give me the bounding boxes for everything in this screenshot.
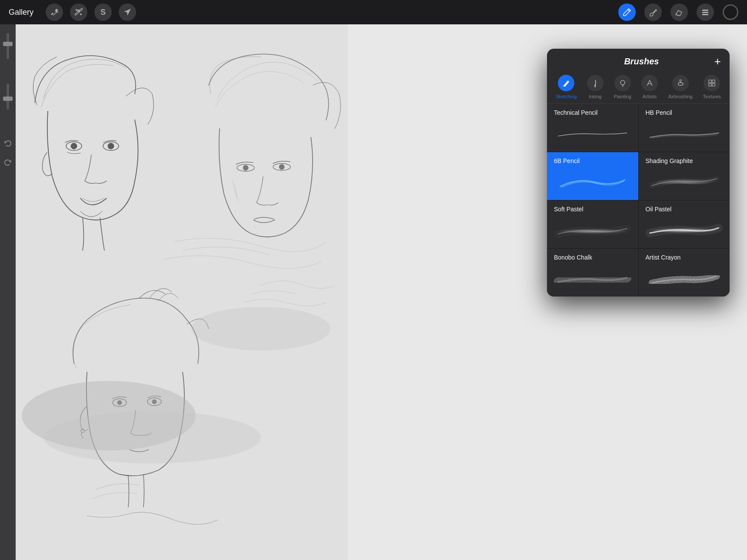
toolbar-right	[618, 3, 738, 21]
svg-point-20	[43, 411, 261, 463]
brush-hb-pencil-label: HB Pencil	[646, 109, 723, 116]
brush-bonobo-chalk[interactable]: Bonobo Chalk	[547, 249, 638, 297]
panel-header: Brushes +	[547, 49, 730, 70]
svg-rect-28	[712, 83, 715, 86]
textures-label: Textures	[703, 94, 721, 99]
gallery-button[interactable]: Gallery	[9, 8, 33, 17]
brush-6b-pencil-preview	[554, 168, 631, 194]
textures-icon	[704, 75, 720, 91]
brush-oil-pastel[interactable]: Oil Pastel	[639, 200, 730, 248]
painting-icon	[614, 75, 631, 91]
brush-artist-crayon-preview	[646, 264, 723, 290]
canvas-area[interactable]: Brushes + Sketching	[0, 24, 747, 560]
brush-bonobo-chalk-preview	[554, 264, 631, 290]
smudge-tool-button[interactable]: S	[94, 3, 112, 21]
svg-rect-27	[709, 83, 711, 86]
svg-point-22	[620, 80, 625, 85]
magic-tool-button[interactable]	[70, 3, 87, 21]
svg-rect-4	[702, 14, 708, 15]
brush-technical-pencil-label: Technical Pencil	[554, 109, 631, 116]
brush-6b-pencil[interactable]: 6B Pencil	[547, 152, 638, 200]
svg-point-0	[76, 9, 77, 11]
brush-grid: Technical Pencil HB Pencil	[547, 104, 730, 297]
toolbar-left: Gallery S	[9, 3, 618, 21]
svg-rect-23	[678, 83, 683, 85]
brush-technical-pencil[interactable]: Technical Pencil	[547, 104, 638, 152]
panel-add-button[interactable]: +	[714, 56, 721, 67]
brush-soft-pastel-preview	[554, 216, 631, 242]
brushes-panel: Brushes + Sketching	[547, 49, 730, 297]
svg-point-7	[71, 143, 77, 149]
brush-hb-pencil[interactable]: HB Pencil	[639, 104, 730, 152]
brush-oil-pastel-label: Oil Pastel	[646, 206, 723, 213]
sketching-label: Sketching	[556, 94, 577, 99]
svg-point-1	[80, 13, 82, 15]
left-sidebar	[0, 24, 16, 560]
category-tabs: Sketching Inking	[547, 70, 730, 104]
brush-soft-pastel[interactable]: Soft Pastel	[547, 200, 638, 248]
brush-technical-pencil-preview	[554, 120, 631, 146]
brush-oil-pastel-preview	[646, 216, 723, 242]
color-picker[interactable]	[723, 4, 738, 20]
brush-shading-graphite[interactable]: Shading Graphite	[639, 152, 730, 200]
dart-tool-button[interactable]	[119, 3, 136, 21]
brush-bonobo-chalk-label: Bonobo Chalk	[554, 254, 631, 261]
panel-title: Brushes	[569, 57, 714, 67]
brush-soft-pastel-label: Soft Pastel	[554, 206, 631, 213]
tab-sketching[interactable]: Sketching	[551, 72, 581, 103]
tab-painting[interactable]: Painting	[610, 72, 636, 103]
svg-rect-2	[702, 10, 708, 11]
svg-point-9	[108, 143, 114, 149]
brush-hb-pencil-preview	[646, 120, 723, 146]
svg-rect-25	[709, 80, 711, 83]
airbrushing-icon	[672, 75, 689, 91]
inking-icon	[587, 75, 604, 91]
tab-airbrushing[interactable]: Airbrushing	[664, 72, 697, 103]
eraser-tool-button[interactable]	[670, 3, 688, 21]
brush-shading-graphite-label: Shading Graphite	[646, 157, 723, 164]
undo-button[interactable]	[2, 137, 14, 150]
size-slider[interactable]	[7, 33, 9, 59]
artistic-icon	[641, 75, 658, 91]
brush-shading-graphite-preview	[646, 168, 723, 194]
airbrushing-label: Airbrushing	[668, 94, 693, 99]
svg-point-13	[279, 164, 284, 170]
tab-artistic[interactable]: Artistic	[637, 72, 662, 103]
opacity-slider[interactable]	[7, 83, 9, 110]
brush-tool-button[interactable]	[644, 3, 662, 21]
svg-rect-5	[0, 24, 348, 560]
sketch-artwork	[0, 24, 348, 560]
toolbar: Gallery S	[0, 0, 747, 24]
svg-rect-26	[712, 80, 715, 83]
brush-6b-pencil-label: 6B Pencil	[554, 157, 631, 164]
svg-point-21	[191, 307, 330, 350]
sketching-icon	[558, 75, 574, 91]
wrench-tool-button[interactable]	[46, 3, 63, 21]
redo-button[interactable]	[2, 157, 14, 169]
inking-label: Inking	[589, 94, 601, 99]
pencil-tool-button[interactable]	[618, 3, 636, 21]
brush-artist-crayon[interactable]: Artist Crayon	[639, 249, 730, 297]
svg-point-11	[243, 165, 248, 170]
tab-textures[interactable]: Textures	[699, 72, 726, 103]
brush-artist-crayon-label: Artist Crayon	[646, 254, 723, 261]
artistic-label: Artistic	[643, 94, 657, 99]
layers-tool-button[interactable]	[697, 3, 714, 21]
tab-inking[interactable]: Inking	[583, 72, 608, 103]
svg-rect-3	[702, 12, 708, 13]
painting-label: Painting	[614, 94, 631, 99]
